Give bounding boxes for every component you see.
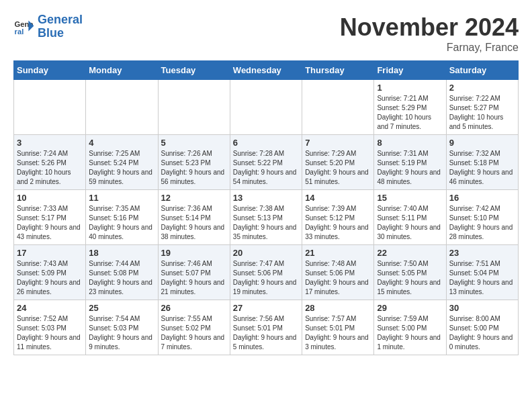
day-number: 27 [233, 303, 299, 313]
day-number: 29 [377, 303, 443, 313]
calendar-cell: 5Sunrise: 7:26 AM Sunset: 5:23 PM Daylig… [158, 135, 230, 190]
calendar-cell: 15Sunrise: 7:40 AM Sunset: 5:11 PM Dayli… [374, 190, 446, 245]
day-info: Sunrise: 7:36 AM Sunset: 5:14 PM Dayligh… [161, 204, 227, 242]
day-info: Sunrise: 7:29 AM Sunset: 5:20 PM Dayligh… [305, 149, 371, 187]
day-info: Sunrise: 7:55 AM Sunset: 5:02 PM Dayligh… [161, 314, 227, 352]
calendar-cell: 19Sunrise: 7:46 AM Sunset: 5:07 PM Dayli… [158, 245, 230, 300]
weekday-header-thursday: Thursday [302, 61, 374, 80]
calendar-cell: 17Sunrise: 7:43 AM Sunset: 5:09 PM Dayli… [14, 245, 86, 300]
calendar-cell: 2Sunrise: 7:22 AM Sunset: 5:27 PM Daylig… [446, 80, 518, 135]
calendar-cell [14, 80, 86, 135]
day-number: 19 [161, 248, 227, 258]
day-number: 1 [377, 83, 443, 93]
day-info: Sunrise: 7:42 AM Sunset: 5:10 PM Dayligh… [449, 204, 515, 242]
day-info: Sunrise: 7:40 AM Sunset: 5:11 PM Dayligh… [377, 204, 443, 242]
calendar-cell: 23Sunrise: 7:51 AM Sunset: 5:04 PM Dayli… [446, 245, 518, 300]
calendar-header-row: SundayMondayTuesdayWednesdayThursdayFrid… [14, 61, 519, 80]
calendar-cell: 6Sunrise: 7:28 AM Sunset: 5:22 PM Daylig… [230, 135, 302, 190]
calendar-cell: 22Sunrise: 7:50 AM Sunset: 5:05 PM Dayli… [374, 245, 446, 300]
day-info: Sunrise: 7:31 AM Sunset: 5:19 PM Dayligh… [377, 149, 443, 187]
calendar-cell: 10Sunrise: 7:33 AM Sunset: 5:17 PM Dayli… [14, 190, 86, 245]
day-number: 5 [161, 138, 227, 148]
logo-line2: Blue [38, 27, 83, 40]
day-number: 22 [377, 248, 443, 258]
calendar-cell: 26Sunrise: 7:55 AM Sunset: 5:02 PM Dayli… [158, 300, 230, 355]
svg-text:ral: ral [15, 28, 24, 36]
calendar-cell: 28Sunrise: 7:57 AM Sunset: 5:01 PM Dayli… [302, 300, 374, 355]
calendar-cell: 4Sunrise: 7:25 AM Sunset: 5:24 PM Daylig… [86, 135, 158, 190]
day-number: 8 [377, 138, 443, 148]
calendar-table: SundayMondayTuesdayWednesdayThursdayFrid… [13, 60, 519, 355]
day-number: 18 [89, 248, 154, 258]
calendar-week-row: 1Sunrise: 7:21 AM Sunset: 5:29 PM Daylig… [14, 80, 519, 135]
day-number: 3 [17, 138, 83, 148]
calendar-cell: 24Sunrise: 7:52 AM Sunset: 5:03 PM Dayli… [14, 300, 86, 355]
day-number: 25 [89, 303, 154, 313]
day-number: 10 [17, 193, 83, 203]
day-info: Sunrise: 7:57 AM Sunset: 5:01 PM Dayligh… [305, 314, 371, 352]
calendar-cell: 25Sunrise: 7:54 AM Sunset: 5:03 PM Dayli… [86, 300, 158, 355]
page-header: Gene ral General Blue November 2024 Farn… [13, 13, 519, 54]
calendar-cell: 9Sunrise: 7:32 AM Sunset: 5:18 PM Daylig… [446, 135, 518, 190]
calendar-cell: 3Sunrise: 7:24 AM Sunset: 5:26 PM Daylig… [14, 135, 86, 190]
calendar-cell [302, 80, 374, 135]
calendar-cell: 18Sunrise: 7:44 AM Sunset: 5:08 PM Dayli… [86, 245, 158, 300]
day-info: Sunrise: 7:22 AM Sunset: 5:27 PM Dayligh… [449, 94, 515, 132]
calendar-week-row: 24Sunrise: 7:52 AM Sunset: 5:03 PM Dayli… [14, 300, 519, 355]
day-number: 14 [305, 193, 371, 203]
day-info: Sunrise: 7:32 AM Sunset: 5:18 PM Dayligh… [449, 149, 515, 187]
day-info: Sunrise: 7:28 AM Sunset: 5:22 PM Dayligh… [233, 149, 299, 187]
day-info: Sunrise: 7:35 AM Sunset: 5:16 PM Dayligh… [89, 204, 154, 242]
day-info: Sunrise: 7:44 AM Sunset: 5:08 PM Dayligh… [89, 259, 154, 297]
day-info: Sunrise: 7:46 AM Sunset: 5:07 PM Dayligh… [161, 259, 227, 297]
day-info: Sunrise: 8:00 AM Sunset: 5:00 PM Dayligh… [449, 314, 515, 352]
day-info: Sunrise: 7:38 AM Sunset: 5:13 PM Dayligh… [233, 204, 299, 242]
day-number: 20 [233, 248, 299, 258]
day-info: Sunrise: 7:47 AM Sunset: 5:06 PM Dayligh… [233, 259, 299, 297]
weekday-header-tuesday: Tuesday [158, 61, 230, 80]
day-info: Sunrise: 7:26 AM Sunset: 5:23 PM Dayligh… [161, 149, 227, 187]
day-info: Sunrise: 7:43 AM Sunset: 5:09 PM Dayligh… [17, 259, 83, 297]
calendar-cell: 21Sunrise: 7:48 AM Sunset: 5:06 PM Dayli… [302, 245, 374, 300]
day-info: Sunrise: 7:33 AM Sunset: 5:17 PM Dayligh… [17, 204, 83, 242]
weekday-header-monday: Monday [86, 61, 158, 80]
day-number: 21 [305, 248, 371, 258]
day-number: 16 [449, 193, 515, 203]
weekday-header-saturday: Saturday [446, 61, 518, 80]
day-number: 6 [233, 138, 299, 148]
day-info: Sunrise: 7:48 AM Sunset: 5:06 PM Dayligh… [305, 259, 371, 297]
day-number: 30 [449, 303, 515, 313]
day-number: 15 [377, 193, 443, 203]
day-number: 2 [449, 83, 515, 93]
calendar-cell: 8Sunrise: 7:31 AM Sunset: 5:19 PM Daylig… [374, 135, 446, 190]
calendar-cell: 29Sunrise: 7:59 AM Sunset: 5:00 PM Dayli… [374, 300, 446, 355]
day-number: 13 [233, 193, 299, 203]
calendar-cell: 12Sunrise: 7:36 AM Sunset: 5:14 PM Dayli… [158, 190, 230, 245]
calendar-cell: 14Sunrise: 7:39 AM Sunset: 5:12 PM Dayli… [302, 190, 374, 245]
day-info: Sunrise: 7:39 AM Sunset: 5:12 PM Dayligh… [305, 204, 371, 242]
calendar-cell [158, 80, 230, 135]
day-info: Sunrise: 7:50 AM Sunset: 5:05 PM Dayligh… [377, 259, 443, 297]
day-number: 4 [89, 138, 154, 148]
logo: Gene ral General Blue [13, 13, 83, 40]
day-info: Sunrise: 7:52 AM Sunset: 5:03 PM Dayligh… [17, 314, 83, 352]
day-number: 17 [17, 248, 83, 258]
calendar-cell: 1Sunrise: 7:21 AM Sunset: 5:29 PM Daylig… [374, 80, 446, 135]
day-info: Sunrise: 7:25 AM Sunset: 5:24 PM Dayligh… [89, 149, 154, 187]
logo-line1: General [38, 13, 83, 27]
calendar-body: 1Sunrise: 7:21 AM Sunset: 5:29 PM Daylig… [14, 80, 519, 355]
calendar-cell: 16Sunrise: 7:42 AM Sunset: 5:10 PM Dayli… [446, 190, 518, 245]
calendar-cell [86, 80, 158, 135]
day-number: 26 [161, 303, 227, 313]
calendar-week-row: 10Sunrise: 7:33 AM Sunset: 5:17 PM Dayli… [14, 190, 519, 245]
calendar-cell: 30Sunrise: 8:00 AM Sunset: 5:00 PM Dayli… [446, 300, 518, 355]
day-number: 9 [449, 138, 515, 148]
day-info: Sunrise: 7:54 AM Sunset: 5:03 PM Dayligh… [89, 314, 154, 352]
day-number: 11 [89, 193, 154, 203]
day-info: Sunrise: 7:59 AM Sunset: 5:00 PM Dayligh… [377, 314, 443, 352]
month-title: November 2024 [340, 13, 519, 42]
calendar-week-row: 17Sunrise: 7:43 AM Sunset: 5:09 PM Dayli… [14, 245, 519, 300]
day-number: 12 [161, 193, 227, 203]
weekday-header-wednesday: Wednesday [230, 61, 302, 80]
calendar-week-row: 3Sunrise: 7:24 AM Sunset: 5:26 PM Daylig… [14, 135, 519, 190]
